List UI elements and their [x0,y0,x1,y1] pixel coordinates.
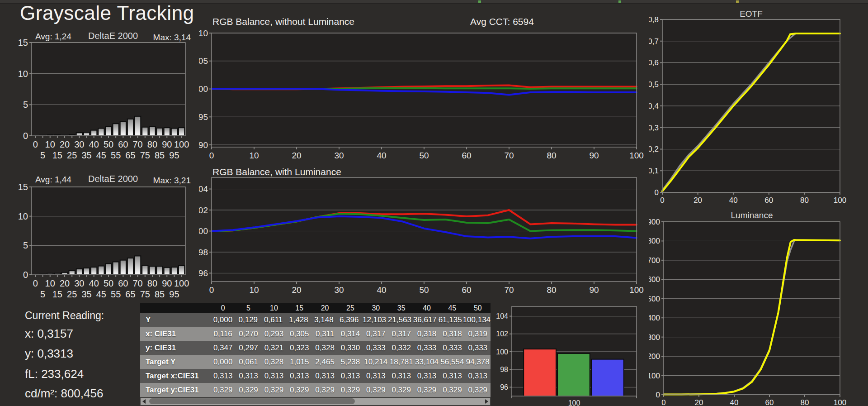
current-reading-cdm2: cd/m²: 800,456 [25,387,103,401]
svg-text:300: 300 [649,333,660,342]
table-cell: 0,000 [210,313,236,327]
svg-text:105: 105 [199,56,208,66]
svg-text:65: 65 [125,289,135,299]
svg-text:10: 10 [18,211,28,221]
table-cell: 0,311 [312,327,337,341]
svg-text:85: 85 [155,289,165,299]
deltae-bottom-chart-svg: 0510150510152025303540455055606570758085… [18,173,194,309]
svg-text:40: 40 [730,398,739,406]
svg-text:5: 5 [23,100,28,110]
svg-text:70: 70 [504,151,514,160]
table-cell: 0,313 [414,369,439,383]
svg-text:0,8: 0,8 [649,15,659,24]
svg-text:75: 75 [140,150,150,160]
svg-text:65: 65 [125,150,135,160]
table-horizontal-scrollbar[interactable] [140,397,491,406]
svg-text:98: 98 [199,248,208,257]
table-row-label: Y [140,313,210,327]
table-cell: 0,116 [210,327,236,341]
svg-text:50: 50 [419,285,429,295]
table-cell: 36,617 [412,313,438,327]
svg-text:80: 80 [800,196,809,205]
svg-text:30: 30 [74,278,84,288]
table-column-header: 35 [389,303,414,313]
table-cell: 0,319 [465,327,491,341]
svg-text:40: 40 [377,285,386,295]
table-cell: 0,333 [363,341,388,355]
table-cell: 0,328 [312,341,337,355]
rgb-balance-with-luminance-chart: RGB Balance, with Luminance 969810010210… [199,165,646,301]
svg-text:90: 90 [589,151,599,160]
table-cell: 0,293 [261,327,287,341]
table-row-label: Target y:CIE31 [140,383,210,397]
svg-text:35: 35 [81,289,91,299]
scrollbar-left-arrow[interactable] [141,398,148,405]
svg-text:100: 100 [199,226,208,236]
scrollbar-track[interactable] [148,398,482,405]
table-cell: 0,329 [338,383,363,397]
table-row: Target y:CIE310,3290,3290,3290,3290,3290… [140,383,491,397]
svg-text:50: 50 [104,139,113,149]
svg-text:60: 60 [462,151,471,160]
svg-text:80: 80 [147,278,157,288]
svg-text:400: 400 [649,314,660,322]
table-cell: 0,321 [261,341,287,355]
svg-text:102: 102 [496,330,508,338]
page-title: Grayscale Tracking [20,2,194,24]
table-cell: 2,465 [312,355,337,369]
table-column-header: 20 [312,303,337,313]
table-cell: 0,317 [389,327,414,341]
svg-text:0,5: 0,5 [649,80,659,89]
svg-text:15: 15 [18,182,28,192]
table-cell: 0,330 [338,341,363,355]
deltae-top-chart-svg: 0510150510152025303540455055606570758085… [18,30,194,166]
svg-text:20: 20 [60,278,70,288]
svg-text:96: 96 [500,383,508,391]
table-cell: 0,329 [312,383,337,397]
scrollbar-right-arrow[interactable] [482,398,490,405]
table-row: x: CIE310,1160,2700,2930,3050,3110,3140,… [140,327,491,341]
table-cell: 61,135 [438,313,463,327]
left-arrow-icon [142,399,146,404]
table-cell: 1,428 [286,313,311,327]
svg-text:70: 70 [133,139,143,149]
svg-text:102: 102 [199,205,208,215]
svg-text:104: 104 [199,184,208,194]
table-cell: 0,313 [363,369,388,383]
svg-text:0: 0 [23,131,28,141]
measurement-table: 05101520253035404550Y0,0000,1290,6111,42… [140,303,491,406]
table-cell: 0,313 [261,369,287,383]
table-cell: 0,129 [236,313,261,327]
svg-text:25: 25 [67,150,77,160]
table-cell: 0,313 [312,369,337,383]
svg-text:45: 45 [96,150,106,160]
svg-text:30: 30 [334,151,344,160]
svg-text:80: 80 [547,285,556,295]
table-cell: 33,104 [414,355,439,369]
table-cell: 5,238 [338,355,363,369]
svg-text:200: 200 [649,352,660,361]
svg-text:20: 20 [292,151,301,160]
svg-text:0: 0 [33,278,38,288]
table-row: Target Y0,0000,0610,3281,0152,4655,23810… [140,355,491,369]
table-cell: 21,563 [387,313,412,327]
current-reading-heading: Current Reading: [25,310,104,322]
table-column-header: 15 [287,303,312,313]
table-cell: 0,347 [210,341,236,355]
table-cell: 0,329 [414,383,439,397]
rgb-without-lum-chart-svg: 90951001051100102030405060708090100 [199,16,646,161]
svg-text:80: 80 [547,151,556,160]
svg-text:10: 10 [249,285,259,295]
table-cell: 0,313 [210,369,236,383]
svg-text:30: 30 [334,285,344,295]
table-row-label: Target Y [140,355,210,369]
svg-text:40: 40 [377,151,386,160]
table-cell: 0,329 [261,383,287,397]
svg-text:0: 0 [209,285,214,295]
scrollbar-thumb[interactable] [149,398,355,404]
svg-text:50: 50 [419,151,429,160]
svg-text:30: 30 [74,139,84,149]
svg-text:0: 0 [661,398,665,406]
svg-text:98: 98 [500,366,508,373]
table-row: Target x:CIE310,3130,3130,3130,3130,3130… [140,369,491,383]
